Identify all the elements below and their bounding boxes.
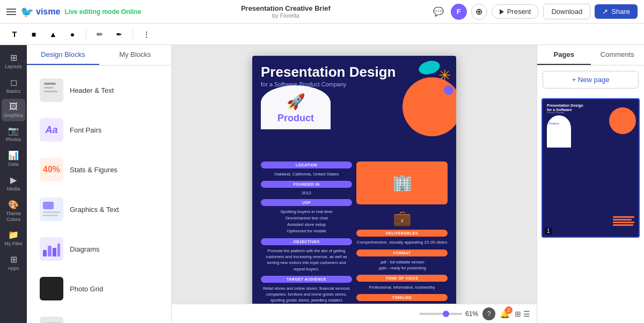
diagrams-thumb-svg bbox=[42, 239, 61, 259]
mini-orange-circle bbox=[609, 107, 636, 134]
briefcase-icon: 💼 bbox=[356, 209, 448, 227]
download-button[interactable]: Download bbox=[543, 4, 590, 19]
value-location: Oakland, California, United States bbox=[261, 171, 352, 177]
chat-icon[interactable]: 💬 bbox=[430, 4, 447, 20]
tab-design-blocks[interactable]: Design Blocks bbox=[27, 45, 99, 65]
tab-comments[interactable]: Comments bbox=[591, 45, 645, 65]
help-button[interactable]: ? bbox=[482, 307, 495, 320]
product-label: Product bbox=[277, 113, 314, 124]
canvas-bottom-bar: 61% ? 🔔 2 ⊞ ☰ bbox=[172, 304, 537, 323]
notification-badge[interactable]: 🔔 2 bbox=[500, 309, 510, 319]
right-sidebar: Pages Comments + New page Presentation D… bbox=[537, 45, 644, 323]
sidebar-item-theme-colors[interactable]: 🎨 Theme Colors bbox=[2, 196, 25, 226]
notification-count: 2 bbox=[505, 306, 513, 314]
more-tools-button[interactable]: ⋮ bbox=[138, 26, 155, 42]
doc-main-title: Presentation Design bbox=[261, 64, 448, 80]
my-files-icon: 📁 bbox=[8, 230, 19, 240]
zoom-slider[interactable] bbox=[419, 313, 462, 315]
panel-thumb-diagrams bbox=[40, 237, 63, 261]
mini-doc: Presentation Designfor a Software Produc… bbox=[543, 99, 639, 237]
label-tone: TONE OF VOICE bbox=[356, 275, 448, 282]
collaborators-icon[interactable]: ⊕ bbox=[471, 4, 487, 20]
sidebar-item-apps[interactable]: ⊞ Apps bbox=[2, 251, 25, 275]
tab-my-blocks[interactable]: My Blocks bbox=[99, 45, 172, 65]
svg-rect-2 bbox=[43, 215, 58, 216]
panel-item-call-to-action[interactable]: Call to Action bbox=[31, 309, 167, 323]
hamburger-menu-icon[interactable] bbox=[6, 9, 16, 15]
panel-item-header-text[interactable]: Header & Text bbox=[31, 71, 167, 109]
draw-tool-button[interactable]: ✒ bbox=[111, 26, 127, 42]
rectangle-tool-button[interactable]: ■ bbox=[26, 26, 42, 42]
canvas-scroll[interactable]: ✳ Presentation Design for a Software Pro… bbox=[172, 45, 537, 304]
basics-icon: ◻ bbox=[10, 77, 17, 87]
page-thumb-1[interactable]: Presentation Designfor a Software Produc… bbox=[541, 98, 640, 238]
left-icon-sidebar: ⊞ Layouts ◻ Basics 🖼 Graphics 📷 Photos 📊… bbox=[0, 45, 27, 323]
toolbar: T ■ ▲ ● ✏ ✒ ⋮ bbox=[0, 24, 644, 45]
sidebar-item-photos[interactable]: 📷 Photos bbox=[2, 122, 25, 146]
share-button[interactable]: ↗ Share bbox=[595, 4, 638, 19]
panel-thumb-stats-figures: 40% bbox=[40, 158, 63, 181]
grid-view-button[interactable]: ⊞ bbox=[515, 310, 521, 318]
panel-item-photo-grid[interactable]: Photo Grid bbox=[31, 269, 167, 308]
panel-thumb-call-to-action bbox=[40, 317, 63, 323]
sidebar-item-graphics[interactable]: 🖼 Graphics bbox=[2, 99, 25, 122]
doc-right-col: 🏢 💼 DELIVERABLES Comprehensive, visually… bbox=[356, 162, 448, 304]
present-button[interactable]: Present bbox=[492, 4, 539, 19]
label-format: FORMAT bbox=[356, 249, 448, 256]
panel-item-graphics-text[interactable]: Graphics & Text bbox=[31, 190, 167, 229]
panel-item-font-pairs[interactable]: Aa Font Pairs bbox=[31, 111, 167, 149]
label-founded: FOUNDED IN bbox=[261, 181, 352, 188]
mini-product-label: Product bbox=[549, 122, 559, 125]
theme-colors-icon: 🎨 bbox=[8, 200, 19, 210]
new-page-button[interactable]: + New page bbox=[543, 71, 639, 89]
graphics-text-thumb-svg bbox=[42, 200, 61, 219]
toolbar-separator-2 bbox=[133, 29, 133, 40]
arch-card-inner: 🚀 Product bbox=[261, 85, 331, 129]
panels-list: Header & Text Aa Font Pairs 40% Stats & … bbox=[27, 65, 171, 323]
doc-title-area: Presentation Design for a Software Produ… bbox=[252, 56, 456, 87]
play-icon bbox=[500, 9, 504, 14]
main-area: ⊞ Layouts ◻ Basics 🖼 Graphics 📷 Photos 📊… bbox=[0, 45, 644, 323]
logo-bird-icon: 🐦 bbox=[20, 5, 34, 18]
logo-text: visme bbox=[36, 7, 60, 17]
list-view-button[interactable]: ☰ bbox=[523, 310, 530, 318]
font-pairs-thumb-icon: Aa bbox=[45, 124, 57, 136]
zoom-thumb[interactable] bbox=[443, 311, 449, 317]
sidebar-item-layouts[interactable]: ⊞ Layouts bbox=[2, 49, 25, 73]
sidebar-item-data[interactable]: 📊 Data bbox=[2, 147, 25, 171]
panel-thumb-header-text bbox=[40, 78, 63, 102]
canvas-area: ✳ Presentation Design for a Software Pro… bbox=[172, 45, 537, 323]
document-by: by Fiorella bbox=[272, 12, 299, 19]
panels-tabs: Design Blocks My Blocks bbox=[27, 45, 171, 65]
svg-rect-5 bbox=[53, 248, 56, 256]
doc-left-col: LOCATION Oakland, California, United Sta… bbox=[261, 162, 352, 304]
panel-item-diagrams[interactable]: Diagrams bbox=[31, 230, 167, 268]
panel-thumb-graphics-text bbox=[40, 197, 63, 221]
value-objectives: Promote the platform with the aim of get… bbox=[261, 248, 352, 272]
text-tool-button[interactable]: T bbox=[6, 26, 23, 42]
arch-card: 🚀 Product bbox=[261, 85, 331, 129]
graphics-icon: 🖼 bbox=[9, 102, 18, 112]
zoom-value: 61% bbox=[465, 310, 478, 318]
label-location: LOCATION bbox=[261, 162, 352, 168]
panel-item-stats-figures[interactable]: 40% Stats & Figures bbox=[31, 150, 167, 189]
share-icon: ↗ bbox=[602, 8, 608, 16]
zoom-control: 61% bbox=[419, 310, 478, 318]
photos-icon: 📷 bbox=[8, 126, 19, 136]
tab-pages[interactable]: Pages bbox=[537, 45, 591, 65]
data-icon: 📊 bbox=[8, 150, 19, 160]
label-usp: USP bbox=[261, 199, 352, 206]
rocket-icon: 🚀 bbox=[287, 93, 305, 111]
sidebar-item-my-files[interactable]: 📁 My Files bbox=[2, 226, 25, 250]
mini-bars bbox=[613, 216, 634, 226]
sidebar-item-basics[interactable]: ◻ Basics bbox=[2, 74, 25, 98]
sidebar-item-media[interactable]: ▶ Media bbox=[2, 172, 25, 195]
pen-tool-button[interactable]: ✏ bbox=[92, 26, 108, 42]
canvas-document[interactable]: ✳ Presentation Design for a Software Pro… bbox=[252, 56, 456, 304]
mini-bar-3 bbox=[613, 222, 634, 223]
avatar[interactable]: F bbox=[451, 4, 467, 20]
circle-tool-button[interactable]: ● bbox=[64, 26, 80, 42]
label-deliverables: DELIVERABLES bbox=[356, 230, 448, 237]
triangle-tool-button[interactable]: ▲ bbox=[45, 26, 61, 42]
value-tone: Professional, informative, trustworthy bbox=[356, 284, 448, 290]
